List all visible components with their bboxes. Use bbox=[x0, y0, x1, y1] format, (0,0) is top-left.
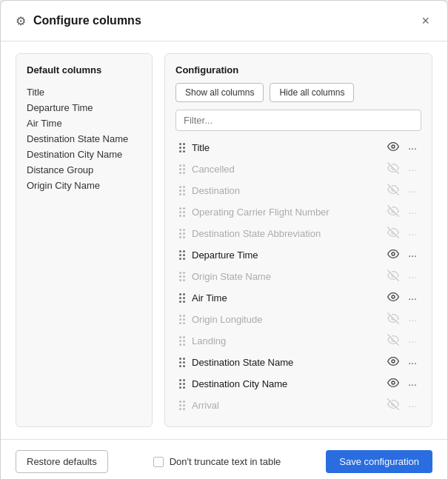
drag-handle-icon[interactable] bbox=[177, 164, 187, 174]
gear-icon: ⚙ bbox=[16, 14, 26, 28]
table-row: Operating Carrier Flight Number··· bbox=[175, 201, 421, 223]
more-options-icon[interactable]: ··· bbox=[405, 335, 420, 347]
column-name-label: Cancelled bbox=[192, 164, 381, 175]
eye-hidden-icon[interactable] bbox=[386, 162, 401, 176]
column-name-label: Arrival bbox=[192, 400, 381, 411]
drag-handle-icon[interactable] bbox=[177, 293, 187, 303]
truncate-label: Don't truncate text in table bbox=[170, 456, 281, 467]
configure-columns-modal: ⚙ Configure columns × Default columns Ti… bbox=[0, 0, 448, 479]
save-configuration-button[interactable]: Save configuration bbox=[326, 450, 432, 473]
eye-hidden-icon[interactable] bbox=[386, 184, 401, 198]
eye-visible-icon[interactable] bbox=[386, 291, 401, 305]
svg-point-11 bbox=[392, 381, 395, 384]
drag-handle-icon[interactable] bbox=[177, 186, 187, 195]
svg-point-7 bbox=[392, 295, 395, 298]
truncate-area: Don't truncate text in table bbox=[153, 456, 281, 467]
modal-footer: Restore defaults Don't truncate text in … bbox=[1, 439, 447, 479]
modal-header: ⚙ Configure columns × bbox=[1, 1, 447, 41]
eye-hidden-icon[interactable] bbox=[386, 227, 401, 241]
configuration-title: Configuration bbox=[175, 64, 421, 76]
eye-hidden-icon[interactable] bbox=[386, 398, 401, 412]
modal-title: Configure columns bbox=[33, 14, 141, 27]
table-row: Origin State Name··· bbox=[175, 266, 421, 287]
column-name-label: Departure Time bbox=[192, 249, 381, 261]
drag-handle-icon[interactable] bbox=[177, 379, 187, 389]
column-list: Title···Cancelled···Destination···Operat… bbox=[175, 137, 421, 416]
drag-handle-icon[interactable] bbox=[177, 229, 187, 238]
column-name-label: Air Time bbox=[192, 292, 381, 304]
table-row: Destination City Name··· bbox=[175, 373, 421, 395]
eye-hidden-icon[interactable] bbox=[386, 269, 401, 284]
more-options-icon[interactable]: ··· bbox=[405, 292, 420, 304]
default-col-item: Departure Time bbox=[27, 100, 141, 115]
more-options-icon[interactable]: ··· bbox=[405, 185, 420, 197]
default-col-item: Destination City Name bbox=[27, 147, 141, 162]
table-row: Arrival··· bbox=[175, 395, 421, 416]
drag-handle-icon[interactable] bbox=[177, 336, 187, 346]
column-name-label: Title bbox=[192, 142, 381, 153]
eye-visible-icon[interactable] bbox=[386, 355, 401, 369]
eye-visible-icon[interactable] bbox=[386, 377, 401, 391]
table-row: Departure Time··· bbox=[175, 244, 421, 266]
more-options-icon[interactable]: ··· bbox=[405, 357, 420, 369]
default-col-item: Origin City Name bbox=[27, 178, 141, 193]
eye-hidden-icon[interactable] bbox=[386, 334, 401, 348]
default-columns-title: Default columns bbox=[27, 64, 141, 76]
table-row: Landing··· bbox=[175, 330, 421, 352]
column-name-label: Destination State Name bbox=[192, 357, 381, 368]
table-row: Title··· bbox=[175, 137, 421, 158]
column-name-label: Operating Carrier Flight Number bbox=[192, 207, 381, 218]
more-options-icon[interactable]: ··· bbox=[405, 249, 420, 261]
eye-hidden-icon[interactable] bbox=[386, 205, 401, 219]
column-name-label: Origin Longitude bbox=[192, 314, 381, 325]
table-row: Origin Longitude··· bbox=[175, 309, 421, 330]
configuration-panel: Configuration Show all columns Hide all … bbox=[164, 53, 432, 427]
close-button[interactable]: × bbox=[418, 13, 432, 29]
default-col-item: Distance Group bbox=[27, 162, 141, 178]
hide-all-button[interactable]: Hide all columns bbox=[270, 83, 354, 102]
more-options-icon[interactable]: ··· bbox=[405, 164, 420, 175]
column-name-label: Landing bbox=[192, 335, 381, 346]
default-columns-list: TitleDeparture TimeAir TimeDestination S… bbox=[27, 84, 141, 193]
table-row: Destination State Abbreviation··· bbox=[175, 223, 421, 244]
truncate-checkbox[interactable] bbox=[153, 457, 164, 467]
default-col-item: Destination State Name bbox=[27, 131, 141, 147]
filter-input[interactable] bbox=[175, 110, 421, 131]
drag-handle-icon[interactable] bbox=[177, 358, 187, 367]
default-col-item: Air Time bbox=[27, 115, 141, 131]
table-row: Destination State Name··· bbox=[175, 352, 421, 373]
drag-handle-icon[interactable] bbox=[177, 272, 187, 281]
drag-handle-icon[interactable] bbox=[177, 143, 187, 153]
table-row: Cancelled··· bbox=[175, 158, 421, 180]
title-area: ⚙ Configure columns bbox=[16, 14, 141, 28]
svg-point-5 bbox=[392, 252, 395, 255]
eye-visible-icon[interactable] bbox=[386, 141, 401, 155]
more-options-icon[interactable]: ··· bbox=[405, 314, 420, 326]
column-name-label: Destination State Abbreviation bbox=[192, 228, 381, 239]
more-options-icon[interactable]: ··· bbox=[405, 378, 420, 390]
column-name-label: Destination bbox=[192, 185, 381, 196]
table-row: Destination··· bbox=[175, 180, 421, 201]
default-col-item: Title bbox=[27, 84, 141, 100]
more-options-icon[interactable]: ··· bbox=[405, 142, 420, 154]
column-name-label: Destination City Name bbox=[192, 378, 381, 389]
eye-visible-icon[interactable] bbox=[386, 248, 401, 262]
drag-handle-icon[interactable] bbox=[177, 315, 187, 324]
drag-handle-icon[interactable] bbox=[177, 207, 187, 217]
modal-body: Default columns TitleDeparture TimeAir T… bbox=[1, 41, 447, 439]
column-name-label: Origin State Name bbox=[192, 271, 381, 282]
more-options-icon[interactable]: ··· bbox=[405, 228, 420, 240]
drag-handle-icon[interactable] bbox=[177, 250, 187, 260]
svg-point-0 bbox=[392, 145, 395, 148]
default-columns-panel: Default columns TitleDeparture TimeAir T… bbox=[16, 53, 153, 427]
table-row: Air Time··· bbox=[175, 287, 421, 309]
show-all-button[interactable]: Show all columns bbox=[175, 83, 264, 102]
more-options-icon[interactable]: ··· bbox=[405, 400, 420, 412]
drag-handle-icon[interactable] bbox=[177, 401, 187, 410]
eye-hidden-icon[interactable] bbox=[386, 312, 401, 326]
config-button-row: Show all columns Hide all columns bbox=[175, 83, 421, 102]
more-options-icon[interactable]: ··· bbox=[405, 207, 420, 218]
more-options-icon[interactable]: ··· bbox=[405, 271, 420, 283]
svg-point-10 bbox=[392, 360, 395, 363]
restore-defaults-button[interactable]: Restore defaults bbox=[16, 450, 108, 473]
